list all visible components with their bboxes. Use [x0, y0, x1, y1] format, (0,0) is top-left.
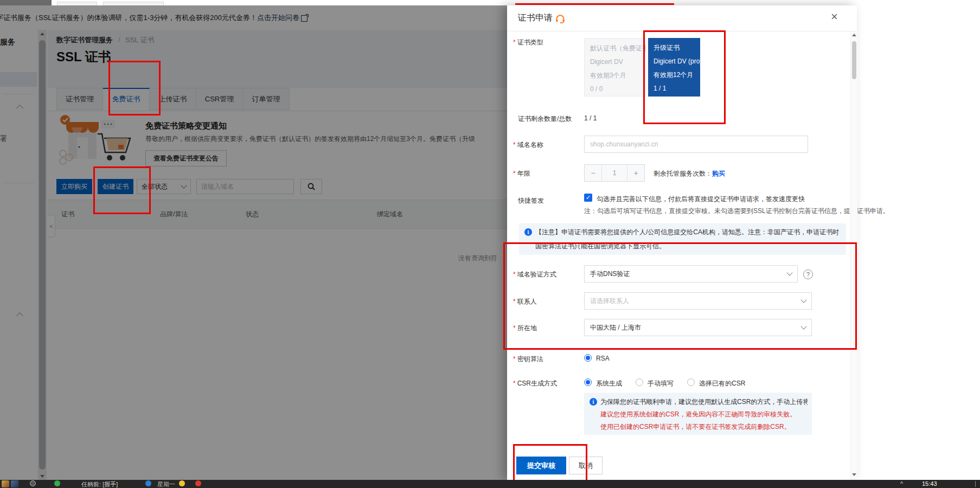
- taskbar-app-icon[interactable]: [30, 480, 36, 486]
- radio-csr-system[interactable]: [584, 378, 592, 386]
- years-stepper: − 1 +: [584, 164, 645, 182]
- taskbar-week-label: 星期一: [157, 480, 175, 488]
- annotation-box-free-cert-tab: [108, 61, 161, 115]
- annotation-box-create-cert: [93, 166, 151, 214]
- field-label-domain: *域名名称: [513, 140, 543, 150]
- cert-type-card-default[interactable]: 默认证书（免费证书） Digicert DV 有效期3个月 0 / 0: [584, 38, 646, 97]
- tray-expand-arrow[interactable]: ^: [900, 480, 903, 487]
- radio-csr-manual[interactable]: [636, 378, 643, 386]
- stepper-minus-button[interactable]: −: [585, 165, 602, 181]
- remaining-value: 1 / 1: [584, 114, 597, 122]
- taskbar-app-icon[interactable]: [179, 480, 185, 486]
- radio-csr-manual-label: 手动填写: [648, 379, 674, 388]
- field-label-cert-type: *证书类型: [513, 38, 543, 47]
- stepper-plus-button[interactable]: +: [627, 165, 644, 181]
- show-desktop-divider[interactable]: [975, 481, 976, 487]
- browser-top-dark-segment: [0, 0, 52, 5]
- taskbar-thumbnail[interactable]: [2, 480, 9, 487]
- field-label-csr-method: *CSR生成方式: [513, 379, 557, 388]
- buy-hosting-link[interactable]: 购买: [712, 170, 725, 177]
- csr-notice-line3: 使用已创建的CSR申请证书，请不要在证书签发完成前删除CSR。: [600, 422, 791, 432]
- annotation-box-submit: [513, 444, 587, 484]
- field-label-quick-issue: 快捷签发: [518, 196, 544, 206]
- quick-issue-checkbox-text: 勾选并且完善以下信息，付款后将直接提交证书申请请求，签发速度更快: [597, 195, 805, 204]
- taskbar: 任柄前: [握手] 星期一 ^ 15:43: [0, 480, 980, 488]
- radio-rsa[interactable]: [584, 354, 592, 362]
- domain-name-input[interactable]: [584, 136, 808, 153]
- drawer-title: 证书申请: [518, 12, 553, 24]
- ca-notice-line1: 【注意】申请证书需要将您提供的个人/公司信息提交给CA机构，请知悉。注意：非国产…: [535, 228, 842, 237]
- annotation-box-form-fields: [503, 242, 857, 350]
- scroll-down-arrow[interactable]: [852, 473, 856, 476]
- radio-csr-system-label: 系统生成: [596, 379, 622, 388]
- taskbar-app-icon[interactable]: [195, 480, 201, 486]
- annotation-box-upgrade-card: [643, 30, 726, 124]
- info-icon: i: [524, 228, 532, 236]
- stepper-value: 1: [602, 165, 627, 181]
- csr-notice-box: i 为保障您的证书顺利申请，建议您使用默认生成CSR的方式，手动上传将无法部署到…: [584, 393, 812, 435]
- taskbar-chat-icon[interactable]: [54, 480, 60, 486]
- taskbar-clock: 15:43: [922, 480, 937, 487]
- csr-notice-line1: 为保障您的证书顺利申请，建议您使用默认生成CSR的方式，手动上传将无法部署到阿里…: [600, 397, 808, 407]
- info-icon: i: [590, 398, 597, 406]
- annotation-line-top: [515, 3, 674, 5]
- radio-rsa-label: RSA: [596, 355, 610, 362]
- browser-top-strip: [0, 0, 857, 5]
- close-icon[interactable]: ×: [831, 11, 838, 23]
- field-label-key-algorithm: *密钥算法: [513, 355, 543, 364]
- radio-csr-existing-label: 选择已有的CSR: [699, 379, 745, 388]
- radio-csr-existing[interactable]: [687, 378, 695, 386]
- screen: 字证书服务（SSL证书服务）的体验调研，仅需1-3分钟，有机会获得200元代金券…: [0, 0, 980, 488]
- csr-notice-line2: 建议您使用系统创建的CSR，避免因内容不正确而导致的审核失败。: [600, 410, 796, 419]
- modal-dim-overlay[interactable]: [0, 5, 507, 480]
- hosting-remaining-label: 剩余托管服务次数：购买: [654, 169, 725, 178]
- scrollbar-thumb[interactable]: [852, 41, 856, 79]
- quick-issue-note: 注：勾选后可填写证书信息，直接提交审核。未勾选需要到SSL证书控制台完善证书信息…: [584, 207, 889, 216]
- scroll-up-arrow[interactable]: [852, 34, 856, 36]
- taskbar-app-icon[interactable]: [145, 480, 151, 486]
- quick-issue-checkbox[interactable]: ✓: [584, 194, 592, 202]
- field-label-years: *年限: [513, 169, 530, 178]
- field-label-remaining: 证书剩余数量/总数: [518, 114, 572, 124]
- taskbar-thumbnail[interactable]: [11, 480, 18, 487]
- taskbar-chat-preview: 任柄前: [握手]: [81, 480, 118, 488]
- headset-icon[interactable]: [555, 14, 566, 23]
